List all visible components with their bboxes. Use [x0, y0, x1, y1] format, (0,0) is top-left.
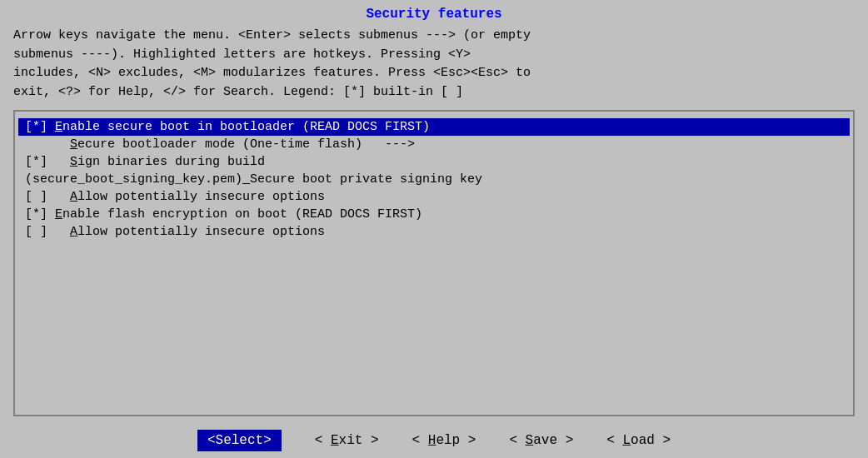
menu-item-3[interactable]: [*] Sign binaries during build [18, 153, 850, 171]
save-hotkey: S [526, 433, 534, 448]
help-text: Arrow keys navigate the menu. <Enter> se… [7, 25, 861, 103]
save-button[interactable]: < Save > [509, 433, 573, 448]
hotkey-char: S [70, 155, 77, 169]
exit-hotkey: E [331, 433, 339, 448]
menu-item-1[interactable]: [*] Enable secure boot in bootloader (RE… [18, 118, 850, 136]
select-button[interactable]: <Select> [197, 430, 282, 451]
load-hotkey: L [622, 433, 631, 448]
hotkey-char: A [70, 190, 77, 204]
menu-list: [*] Enable secure boot in bootloader (RE… [18, 118, 850, 241]
exit-button[interactable]: < Exit > [315, 433, 379, 448]
hotkey-char [242, 172, 250, 187]
header: Security features Arrow keys navigate th… [0, 0, 868, 103]
load-button[interactable]: < Load > [606, 433, 671, 448]
menu-container: [*] Enable secure boot in bootloader (RE… [13, 110, 855, 416]
help-line-4: exit, <?> for Help, </> for Search. Lege… [13, 83, 855, 102]
page-title: Security features [7, 3, 861, 25]
hotkey-char: S [70, 137, 77, 152]
menu-item-5[interactable]: [ ] Allow potentially insecure options [18, 188, 850, 206]
hotkey-char: E [55, 207, 62, 222]
help-button[interactable]: < Help > [412, 433, 476, 448]
menu-item-6[interactable]: [*] Enable flash encryption on boot (REA… [18, 206, 850, 223]
help-line-1: Arrow keys navigate the menu. <Enter> se… [13, 27, 855, 46]
menu-item-4[interactable]: (secure_boot_signing_key.pem) Secure boo… [18, 171, 850, 188]
help-line-2: submenus ----). Highlighted letters are … [13, 46, 855, 65]
hotkey-char: A [70, 225, 77, 239]
menu-item-2[interactable]: Secure bootloader mode (One-time flash) … [18, 136, 850, 153]
menu-item-7[interactable]: [ ] Allow potentially insecure options [18, 223, 850, 241]
footer: <Select> < Exit > < Help > < Save > < Lo… [0, 423, 868, 458]
help-hotkey: H [428, 433, 436, 448]
help-line-3: includes, <N> excludes, <M> modularizes … [13, 64, 855, 83]
hotkey-char: E [55, 120, 62, 134]
